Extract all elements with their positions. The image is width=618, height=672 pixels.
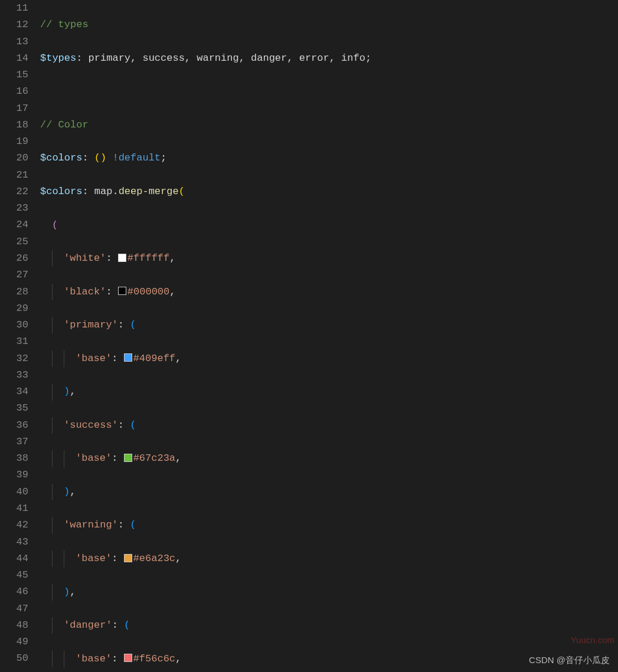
line-number: 17 xyxy=(0,100,28,117)
line-number: 41 xyxy=(0,500,28,517)
line-number: 47 xyxy=(0,601,28,617)
code-line: // types xyxy=(40,17,618,33)
line-number: 48 xyxy=(0,617,28,634)
code-line: 'black': #000000, xyxy=(40,284,618,300)
line-number: 14 xyxy=(0,50,28,67)
line-number: 16 xyxy=(0,83,28,100)
line-number: 38 xyxy=(0,450,28,467)
code-line: 'warning': ( xyxy=(40,517,618,533)
color-swatch xyxy=(118,254,126,262)
line-number: 20 xyxy=(0,150,28,166)
code-line: $types: primary, success, warning, dange… xyxy=(40,50,618,67)
line-number: 21 xyxy=(0,167,28,183)
line-number: 50 xyxy=(0,650,28,667)
line-number: 28 xyxy=(0,284,28,300)
watermark-csdn: CSDN @音仔小瓜皮 xyxy=(529,652,610,668)
line-number: 39 xyxy=(0,467,28,483)
code-line: 'primary': ( xyxy=(40,317,618,333)
line-number: 15 xyxy=(0,67,28,83)
code-line: 'base': #409eff, xyxy=(40,350,618,367)
line-number: 24 xyxy=(0,217,28,233)
line-number: 36 xyxy=(0,417,28,434)
code-line: ), xyxy=(40,484,618,500)
line-number: 19 xyxy=(0,133,28,150)
code-line: $colors: () !default; xyxy=(40,150,618,166)
code-line: // Color xyxy=(40,117,618,133)
line-number: 27 xyxy=(0,267,28,283)
line-number: 32 xyxy=(0,350,28,367)
line-number: 34 xyxy=(0,383,28,400)
color-swatch xyxy=(124,353,132,362)
line-number: 40 xyxy=(0,484,28,500)
line-number: 23 xyxy=(0,200,28,217)
line-gutter: 1112131415161718192021222324252627282930… xyxy=(0,0,40,672)
line-number: 26 xyxy=(0,250,28,267)
line-number: 33 xyxy=(0,367,28,383)
line-number: 35 xyxy=(0,400,28,417)
line-number: 45 xyxy=(0,567,28,584)
color-swatch xyxy=(118,287,126,295)
line-number: 42 xyxy=(0,517,28,533)
line-number: 46 xyxy=(0,584,28,600)
code-line: 'danger': ( xyxy=(40,617,618,634)
code-editor[interactable]: 1112131415161718192021222324252627282930… xyxy=(0,0,618,672)
watermark-yuucn: Yuucn.com xyxy=(571,632,614,648)
code-line: ), xyxy=(40,383,618,400)
line-number: 44 xyxy=(0,550,28,567)
color-swatch xyxy=(124,554,132,562)
line-number: 18 xyxy=(0,117,28,133)
code-line: 'base': #e6a23c, xyxy=(40,550,618,567)
line-number: 31 xyxy=(0,333,28,350)
color-swatch xyxy=(124,454,132,462)
code-line: 'success': ( xyxy=(40,417,618,434)
code-line: 'base': #67c23a, xyxy=(40,450,618,467)
line-number: 11 xyxy=(0,0,28,17)
line-number: 37 xyxy=(0,434,28,450)
code-line: 'white': #ffffff, xyxy=(40,250,618,267)
line-number: 25 xyxy=(0,234,28,250)
code-line: $colors: map.deep-merge( xyxy=(40,183,618,200)
line-number: 13 xyxy=(0,34,28,50)
code-content[interactable]: // types $types: primary, success, warni… xyxy=(40,0,618,672)
code-line: ), xyxy=(40,584,618,601)
line-number: 12 xyxy=(0,17,28,33)
line-number: 49 xyxy=(0,634,28,650)
line-number: 30 xyxy=(0,317,28,333)
line-number: 22 xyxy=(0,183,28,200)
code-line xyxy=(40,83,618,100)
code-line: ( xyxy=(40,217,618,234)
line-number: 43 xyxy=(0,534,28,550)
line-number: 29 xyxy=(0,300,28,317)
color-swatch xyxy=(124,654,132,662)
